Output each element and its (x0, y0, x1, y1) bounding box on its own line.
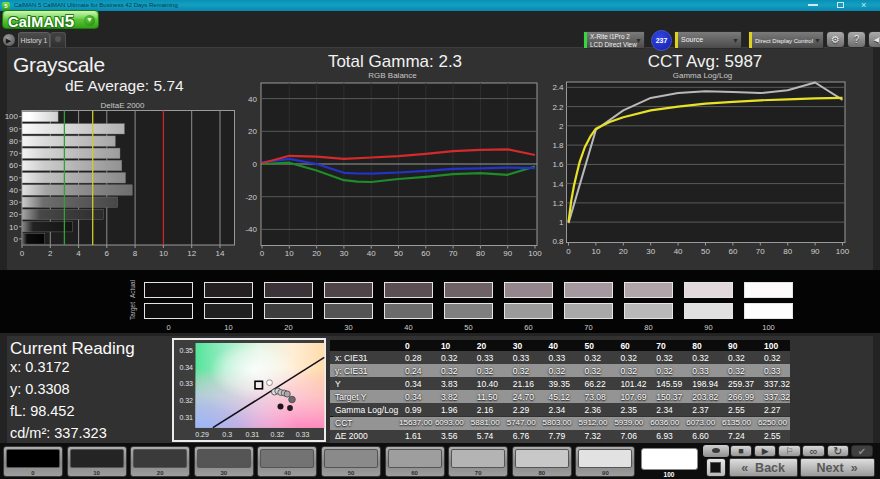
svg-text:0.29: 0.29 (195, 431, 209, 438)
svg-text:0.31: 0.31 (179, 414, 193, 421)
svg-text:0.3: 0.3 (222, 431, 232, 438)
svg-text:0.33: 0.33 (296, 431, 310, 438)
svg-text:0.34: 0.34 (179, 364, 193, 371)
svg-text:0.32: 0.32 (271, 431, 285, 438)
svg-text:0.33: 0.33 (179, 380, 193, 387)
svg-text:0.31: 0.31 (245, 431, 259, 438)
svg-text:0.32: 0.32 (179, 397, 193, 404)
svg-text:0.35: 0.35 (179, 347, 193, 354)
